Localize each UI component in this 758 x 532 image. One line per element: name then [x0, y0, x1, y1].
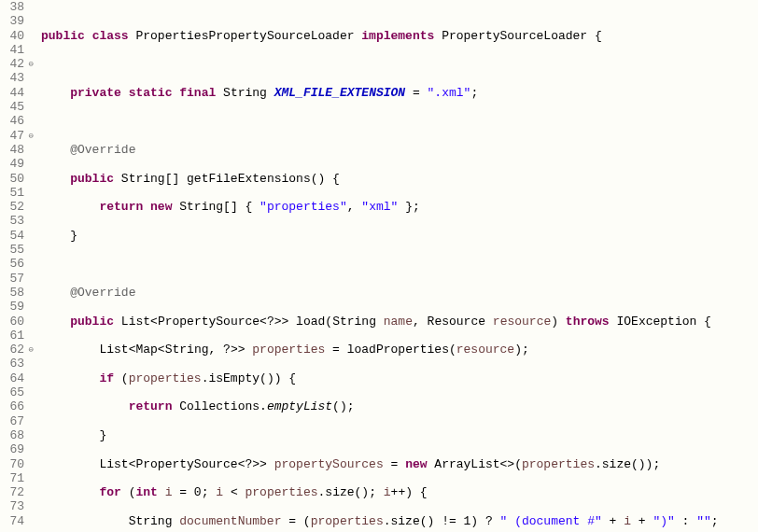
code-line: String documentNumber = (properties.size… — [41, 514, 719, 528]
code-editor: 3839404142⊖4344454647⊖484950515253545556… — [0, 0, 758, 532]
gutter-line: 40 — [0, 29, 24, 43]
gutter-line: 56 — [0, 257, 24, 271]
gutter-line: 46 — [0, 114, 24, 128]
gutter-line: 54 — [0, 229, 24, 243]
code-line: for (int i = 0; i < properties.size(); i… — [41, 485, 719, 499]
code-line: List<Map<String, ?>> properties = loadPr… — [41, 343, 719, 357]
code-line: public String[] getFileExtensions() { — [41, 172, 719, 186]
gutter-line: 62⊖ — [0, 343, 24, 357]
gutter-line: 51 — [0, 186, 24, 200]
fold-toggle-icon[interactable]: ⊖ — [29, 343, 34, 357]
gutter-line: 59 — [0, 300, 24, 314]
gutter-line: 48 — [0, 143, 24, 157]
code-line: List<PropertySource<?>> propertySources … — [41, 457, 719, 471]
code-line — [41, 57, 719, 71]
gutter-line: 74 — [0, 514, 24, 528]
fold-toggle-icon[interactable]: ⊖ — [29, 130, 34, 144]
gutter-line: 43 — [0, 71, 24, 85]
code-line: public class PropertiesPropertySourceLoa… — [41, 29, 719, 43]
gutter-line: 44 — [0, 86, 24, 100]
gutter-line: 57 — [0, 272, 24, 286]
gutter-line: 47⊖ — [0, 129, 24, 143]
gutter-line: 66 — [0, 399, 24, 413]
code-line: @Override — [41, 143, 719, 157]
code-line — [41, 114, 719, 128]
gutter-line: 45 — [0, 100, 24, 114]
fold-toggle-icon[interactable]: ⊖ — [29, 58, 34, 72]
gutter-line: 50 — [0, 172, 24, 186]
gutter-line: 70 — [0, 457, 24, 471]
gutter-line: 49 — [0, 157, 24, 171]
gutter-line: 71 — [0, 471, 24, 485]
code-line: if (properties.isEmpty()) { — [41, 371, 719, 385]
code-line: return Collections.emptyList(); — [41, 399, 719, 413]
gutter-line: 65 — [0, 385, 24, 399]
gutter-line: 73 — [0, 499, 24, 513]
gutter-line: 38 — [0, 0, 24, 14]
gutter-line: 63 — [0, 357, 24, 371]
gutter-line: 58 — [0, 286, 24, 300]
code-line: } — [41, 428, 719, 442]
gutter-line: 61 — [0, 329, 24, 343]
gutter-line: 72 — [0, 485, 24, 499]
gutter-line: 64 — [0, 371, 24, 385]
code-line: public List<PropertySource<?>> load(Stri… — [41, 315, 719, 329]
gutter-line: 55 — [0, 243, 24, 257]
gutter-line: 42⊖ — [0, 57, 24, 71]
gutter-line: 39 — [0, 14, 24, 28]
code-line: private static final String XML_FILE_EXT… — [41, 86, 719, 100]
code-line: return new String[] { "properties", "xml… — [41, 200, 719, 214]
code-line: } — [41, 229, 719, 243]
gutter-line: 67 — [0, 414, 24, 428]
gutter-line: 41 — [0, 43, 24, 57]
line-gutter: 3839404142⊖4344454647⊖484950515253545556… — [0, 0, 28, 532]
gutter-line: 60 — [0, 315, 24, 329]
gutter-line: 68 — [0, 428, 24, 442]
gutter-line: 52 — [0, 200, 24, 214]
code-line: @Override — [41, 286, 719, 300]
gutter-line: 69 — [0, 442, 24, 456]
code-area[interactable]: public class PropertiesPropertySourceLoa… — [28, 0, 719, 532]
gutter-line: 53 — [0, 214, 24, 228]
code-line — [41, 257, 719, 271]
